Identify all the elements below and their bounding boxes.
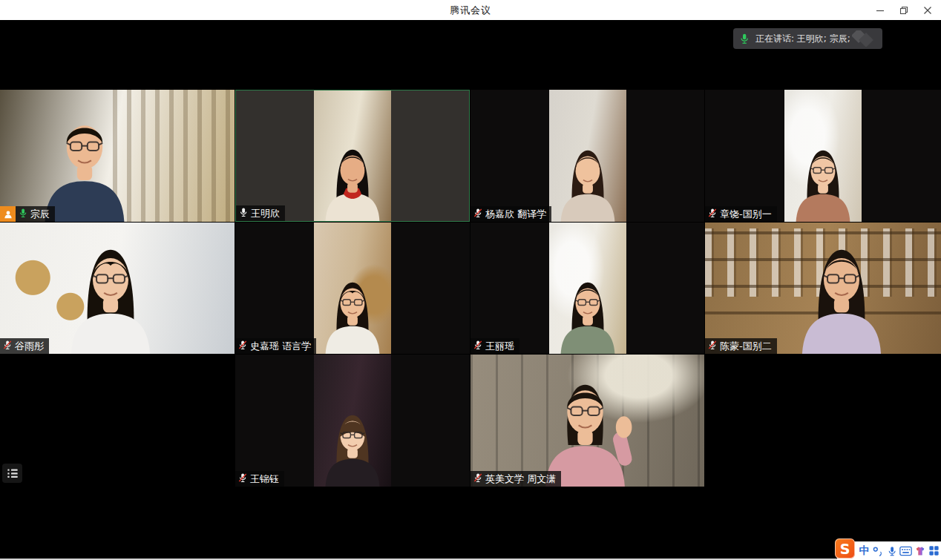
participant-video: [784, 90, 862, 222]
blurred-name-redaction: [852, 30, 877, 47]
speaking-toast: 正在讲话: 王明欣; 宗辰;: [733, 28, 882, 49]
chinese-mode-icon: 中: [859, 544, 869, 558]
participant-name: 史嘉瑶 语言学: [250, 340, 311, 353]
speaking-mic-icon: [733, 33, 755, 45]
mic-status-icon: [473, 208, 483, 220]
window-title: 腾讯会议: [450, 4, 491, 17]
participant-name-label: 章饶-国别一: [705, 206, 777, 222]
mic-status-icon: [238, 207, 249, 220]
participant-labelrow: 杨嘉欣 翻译学: [471, 206, 551, 222]
participant-labelrow: 谷雨彤: [0, 338, 49, 354]
participant-tile[interactable]: 史嘉瑶 语言学: [235, 223, 470, 354]
participant-tile[interactable]: 王锦钰: [235, 355, 470, 487]
participant-name-label: 史嘉瑶 语言学: [235, 338, 316, 354]
participant-name: 王丽瑶: [485, 340, 514, 353]
participant-name: 王明欣: [251, 207, 280, 220]
sogou-ime-toolbar: S 中: [837, 541, 941, 560]
tshirt-skin-icon: [914, 545, 926, 556]
participant-name: 陈蒙-国别二: [720, 340, 772, 353]
participant-name: 章饶-国别一: [720, 208, 772, 221]
participant-name-label: 陈蒙-国别二: [705, 338, 777, 354]
participant-video: [549, 223, 626, 354]
participant-video: [314, 90, 391, 221]
mic-status-icon: [707, 208, 718, 220]
ime-language-toggle[interactable]: 中: [857, 541, 871, 560]
mic-status-icon: [18, 208, 28, 220]
participant-labelrow: 王丽瑶: [471, 338, 519, 354]
participant-video: [471, 355, 704, 487]
speaking-toast-text: 正在讲话: 王明欣; 宗辰;: [755, 33, 850, 45]
restore-icon: [899, 6, 908, 15]
participant-tile[interactable]: 王明欣: [235, 90, 470, 222]
participant-tile[interactable]: 王丽瑶: [471, 223, 704, 354]
mic-status-icon: [2, 340, 13, 352]
participant-video: [0, 90, 235, 222]
participant-tile[interactable]: 杨嘉欣 翻译学: [471, 90, 704, 222]
participant-name-label: 谷雨彤: [0, 338, 49, 354]
participant-name-label: 王明欣: [236, 205, 285, 221]
restore-button[interactable]: [892, 0, 916, 20]
participant-labelrow: 章饶-国别一: [705, 206, 777, 222]
participant-name: 宗辰: [30, 208, 50, 221]
member-list-icon: [7, 468, 19, 479]
participant-tile[interactable]: 谷雨彤: [0, 223, 235, 354]
meeting-stage: 宗辰 王明欣 杨嘉欣 翻译学 章饶-国别: [0, 20, 941, 560]
participant-video: [314, 355, 391, 487]
ime-toolbox[interactable]: [927, 541, 941, 560]
participant-tile[interactable]: 英美文学 周文潇: [471, 355, 704, 487]
mic-status-icon: [237, 472, 248, 485]
member-list-button[interactable]: [2, 464, 22, 483]
participant-name-label: 王锦钰: [235, 471, 284, 487]
participant-labelrow: 宗辰: [0, 206, 55, 222]
participant-video: [314, 223, 391, 354]
participant-labelrow: 史嘉瑶 语言学: [235, 338, 316, 354]
participant-tile[interactable]: 章饶-国别一: [705, 90, 941, 222]
ime-keyboard[interactable]: [899, 541, 913, 560]
window-controls: [868, 0, 940, 20]
ime-punctuation-toggle[interactable]: [871, 541, 885, 560]
ime-voice-input[interactable]: [885, 541, 899, 560]
participant-name-label: 英美文学 周文潇: [471, 471, 561, 487]
participant-name: 杨嘉欣 翻译学: [485, 208, 546, 221]
participant-video: [549, 90, 626, 222]
participant-name: 英美文学 周文潇: [485, 472, 556, 486]
punctuation-icon: [872, 545, 884, 557]
ime-skin[interactable]: [913, 541, 927, 560]
participant-name-label: 杨嘉欣 翻译学: [471, 206, 551, 222]
participant-name: 王锦钰: [250, 472, 279, 486]
host-badge: [0, 206, 16, 222]
mic-status-icon: [473, 472, 483, 485]
close-icon: [923, 6, 932, 15]
minimize-button[interactable]: [868, 0, 892, 20]
participant-labelrow: 王锦钰: [235, 471, 284, 487]
close-button[interactable]: [916, 0, 940, 20]
participant-name-label: 王丽瑶: [471, 338, 519, 354]
participant-labelrow: 陈蒙-国别二: [705, 338, 777, 354]
participant-video: [0, 223, 235, 354]
minimize-icon: [876, 6, 885, 15]
keyboard-icon: [899, 546, 912, 556]
voice-mic-icon: [887, 545, 897, 557]
titlebar: 腾讯会议: [0, 0, 941, 20]
participant-name-label: 宗辰: [16, 206, 55, 222]
mic-status-icon: [473, 340, 483, 352]
sogou-logo-icon[interactable]: S: [835, 538, 855, 559]
host-person-icon: [3, 209, 13, 220]
participant-tile[interactable]: 陈蒙-国别二: [705, 223, 941, 354]
participant-labelrow: 英美文学 周文潇: [471, 471, 561, 487]
mic-status-icon: [237, 340, 248, 352]
toolbox-grid-icon: [928, 545, 940, 556]
participant-video: [705, 223, 941, 354]
mic-status-icon: [707, 340, 718, 352]
participant-tile[interactable]: 宗辰: [0, 90, 235, 222]
participant-name: 谷雨彤: [15, 340, 44, 353]
participant-labelrow: 王明欣: [236, 205, 285, 221]
tencent-meeting-window: { "window": { "title": "腾讯会议" }, "toast"…: [0, 0, 941, 560]
